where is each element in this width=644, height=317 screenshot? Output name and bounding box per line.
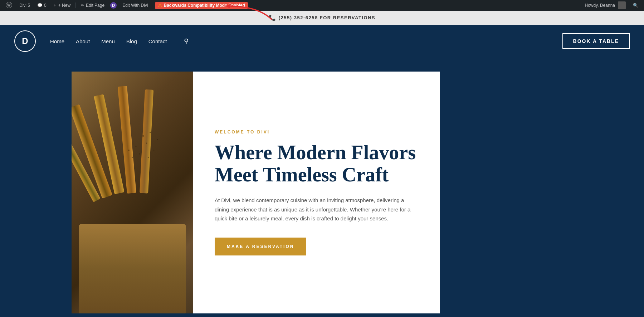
plus-icon: +	[54, 3, 56, 8]
warning-icon: ⚠	[158, 3, 162, 8]
svg-point-8	[157, 139, 158, 140]
phone-bar: 📞 (255) 352-6258 FOR RESERVATIONS	[0, 11, 644, 25]
hero-title: Where Modern Flavors Meet Timeless Craft	[215, 142, 419, 186]
separator	[75, 3, 76, 8]
wp-admin-bar: W Divi 5 💬 0 + + New ✏ Edit Page D Edit …	[0, 0, 644, 11]
svg-point-10	[153, 150, 155, 151]
site-name-label: Divi 5	[19, 3, 30, 8]
hero-eyebrow: WELCOME TO DIVI	[215, 130, 419, 135]
howdy-button[interactable]: Howdy, Deanna	[582, 0, 629, 11]
paper-bag	[79, 224, 186, 313]
site-logo[interactable]: D	[14, 30, 36, 52]
site-name-button[interactable]: Divi 5	[16, 0, 33, 11]
admin-search-button[interactable]: 🔍	[630, 0, 641, 11]
edit-page-label: Edit Page	[86, 3, 104, 8]
new-label: + New	[58, 3, 70, 8]
nav-link-menu[interactable]: Menu	[101, 38, 115, 44]
phone-text: (255) 352-6258 FOR RESERVATIONS	[279, 15, 375, 20]
book-table-button[interactable]: BOOK A TABLE	[562, 33, 630, 49]
edit-page-button[interactable]: ✏ Edit Page	[78, 0, 107, 11]
make-reservation-button[interactable]: MAKE A RESERVATION	[215, 238, 306, 255]
hero-food-image	[72, 72, 193, 313]
compat-label: Backwards Compatibility Mode Enabled	[164, 3, 245, 8]
breadstick-4	[140, 89, 153, 194]
logo-letter: D	[22, 36, 28, 46]
comments-button[interactable]: 💬 0	[34, 0, 49, 11]
phone-icon: 📞	[269, 14, 276, 21]
navbar: D Home About Menu Blog Contact ⚲ BOOK A …	[0, 25, 644, 57]
hero-content: WELCOME TO DIVI Where Modern Flavors Mee…	[193, 72, 440, 313]
edit-with-divi-button[interactable]: Edit With Divi	[119, 0, 151, 11]
nav-link-home[interactable]: Home	[50, 38, 64, 44]
avatar	[618, 1, 626, 9]
nav-search-icon[interactable]: ⚲	[184, 37, 189, 45]
svg-point-4	[136, 146, 137, 147]
new-button[interactable]: + + New	[51, 0, 73, 11]
howdy-text: Howdy, Deanna	[585, 3, 615, 8]
wordpress-icon: W	[6, 2, 12, 9]
pencil-icon: ✏	[81, 3, 84, 8]
hero-title-line1: Where Modern Flavors	[215, 141, 416, 164]
wordpress-icon-button[interactable]: W	[3, 0, 15, 11]
divi-icon: D	[110, 2, 117, 9]
admin-bar-right: Howdy, Deanna 🔍	[582, 0, 641, 11]
svg-text:W: W	[7, 3, 11, 7]
nav-link-contact[interactable]: Contact	[148, 38, 167, 44]
hero-section: WELCOME TO DIVI Where Modern Flavors Mee…	[0, 57, 644, 317]
compat-mode-badge[interactable]: ⚠ Backwards Compatibility Mode Enabled	[155, 2, 248, 9]
divi-badge[interactable]: D	[109, 0, 118, 11]
hero-title-line2: Meet Timeless Craft	[215, 164, 389, 186]
comments-count: 0	[44, 3, 47, 8]
comment-icon: 💬	[37, 3, 43, 8]
nav-link-about[interactable]: About	[76, 38, 90, 44]
svg-point-9	[139, 153, 140, 155]
edit-with-divi-label: Edit With Divi	[122, 3, 148, 8]
search-icon: 🔍	[633, 3, 638, 8]
nav-link-blog[interactable]: Blog	[126, 38, 137, 44]
nav-links: Home About Menu Blog Contact ⚲	[50, 37, 189, 45]
hero-right-background	[440, 72, 644, 313]
hero-body-text: At Divi, we blend contemporary cuisine w…	[215, 196, 419, 223]
